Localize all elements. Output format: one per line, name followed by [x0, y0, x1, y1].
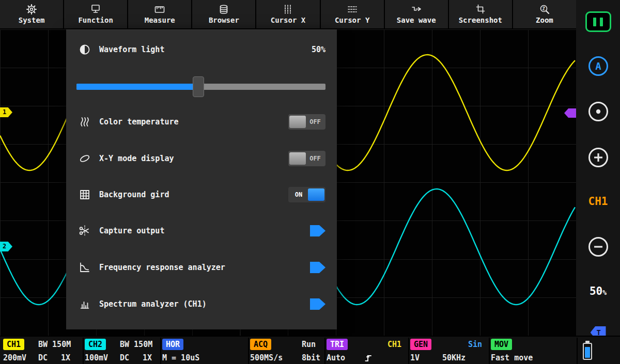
acq-section-badge[interactable]: ACQ — [250, 338, 271, 351]
generator-waveform: Sin — [468, 338, 482, 351]
background-grid-toggle[interactable]: ON — [288, 187, 326, 202]
ch2-section-badge[interactable]: CH2 — [85, 338, 106, 351]
menu-row-frequency-response[interactable]: Frequency response analyzer — [66, 256, 337, 279]
color-temperature-icon — [78, 116, 92, 128]
divider — [408, 338, 409, 364]
spectrum-analyzer-arrow-button[interactable] — [310, 298, 326, 310]
capture-output-arrow-button[interactable] — [310, 225, 326, 236]
capture-output-label: Capture output — [99, 226, 164, 235]
slider-fill — [76, 84, 198, 90]
toggle-state: OFF — [306, 155, 324, 162]
tab-save-wave[interactable]: Save wave — [385, 0, 448, 28]
mov-section-badge[interactable]: MOV — [491, 338, 512, 351]
menu-row-waveform-light[interactable]: Waveform light 50% — [66, 38, 337, 61]
hor-section-badge[interactable]: HOR — [162, 338, 183, 351]
ch1-section-badge[interactable]: CH1 — [3, 338, 24, 351]
waveform-light-slider[interactable] — [76, 75, 326, 98]
hor-timebase: M = 10uS — [162, 352, 199, 364]
center-dot-button[interactable] — [576, 100, 620, 123]
active-channel-label: CH1 — [588, 195, 608, 208]
menu-row-color-temperature[interactable]: Color temperature OFF — [66, 110, 337, 133]
tab-zoom-label: Zoom — [536, 16, 553, 24]
divider — [248, 338, 249, 364]
svg-text:Z: Z — [542, 6, 545, 11]
menu-row-background-grid[interactable]: Background gird ON — [66, 183, 337, 206]
tab-function[interactable]: Function — [64, 0, 127, 28]
ch2-coupling: DC — [120, 352, 129, 364]
menu-row-spectrum-analyzer[interactable]: Spectrum analyzer (CH1) — [66, 293, 337, 315]
tab-system[interactable]: System — [0, 0, 63, 28]
waveform-light-label: Waveform light — [99, 45, 164, 54]
slider-track[interactable] — [76, 84, 326, 90]
tab-system-label: System — [19, 16, 45, 24]
spectrum-bars-icon — [78, 298, 92, 310]
tab-cursor-x[interactable]: Cursor X — [256, 0, 319, 28]
zoom-percent-indicator: 50% — [576, 285, 620, 297]
spectrum-analyzer-label: Spectrum analyzer (CH1) — [99, 299, 207, 309]
svg-text:A: A — [595, 60, 601, 72]
right-sidebar: A CH1 50% T — [576, 0, 620, 336]
tab-screenshot-label: Screenshot — [459, 16, 502, 24]
contrast-icon — [78, 43, 92, 56]
gear-icon — [26, 4, 37, 14]
toggle-state: OFF — [306, 118, 324, 125]
active-channel-button[interactable]: CH1 — [576, 195, 620, 208]
auto-button[interactable]: A — [576, 55, 620, 77]
cursor-y-icon — [347, 4, 358, 14]
zoom-percent-sign: % — [602, 289, 607, 296]
ch2-scale: 100mV — [85, 352, 108, 364]
divider — [489, 338, 490, 364]
tab-cursor-y[interactable]: Cursor Y — [321, 0, 384, 28]
toggle-knob — [289, 152, 306, 165]
tab-screenshot[interactable]: Screenshot — [449, 0, 512, 28]
run-pause-button[interactable] — [576, 11, 620, 32]
acq-bit-depth: 8bit — [302, 352, 320, 364]
trigger-source: CH1 — [388, 338, 401, 351]
tab-browser[interactable]: Browser — [192, 0, 255, 28]
trigger-edge-icon — [365, 352, 372, 363]
top-toolbar: System Function Measure Browser Cursor X… — [0, 0, 576, 28]
screenshot-crop-icon — [475, 4, 486, 14]
ch2-probe: 1X — [143, 352, 152, 364]
ch1-scale: 200mV — [3, 352, 26, 364]
zoom-out-button[interactable] — [576, 235, 620, 258]
frequency-response-arrow-button[interactable] — [310, 262, 326, 273]
pause-icon — [585, 11, 611, 32]
dot-circle-icon — [587, 100, 610, 123]
menu-row-capture-output[interactable]: Capture output — [66, 219, 337, 242]
tri-section-badge[interactable]: TRI — [327, 338, 348, 351]
battery-icon — [583, 341, 592, 360]
save-wave-icon — [411, 4, 422, 14]
trigger-mode: Auto — [327, 352, 345, 364]
divider — [83, 338, 84, 364]
tab-zoom[interactable]: Z Zoom — [513, 0, 576, 28]
color-temperature-toggle[interactable]: OFF — [288, 114, 326, 130]
xy-mode-toggle[interactable]: OFF — [288, 151, 326, 166]
scissors-icon — [78, 225, 92, 237]
divider — [324, 338, 326, 364]
minus-circle-icon — [587, 235, 610, 258]
acq-run-status: Run — [302, 338, 316, 351]
tab-cursor-y-label: Cursor Y — [335, 16, 369, 24]
measure-icon — [154, 4, 165, 14]
auto-circle-icon: A — [587, 55, 610, 77]
monitor-icon — [90, 4, 101, 14]
slider-handle[interactable] — [193, 76, 204, 97]
ch2-bandwidth: BW 150M — [120, 338, 152, 351]
battery-body — [583, 343, 592, 360]
battery-fill — [585, 347, 590, 358]
move-mode: Fast move — [491, 352, 533, 364]
zoom-magnifier-icon: Z — [539, 4, 550, 14]
ch1-bandwidth: BW 150M — [38, 338, 71, 351]
function-menu-panel: Waveform light 50% Color temperature OFF… — [66, 29, 337, 329]
ch1-coupling: DC — [38, 352, 48, 364]
gen-section-badge[interactable]: GEN — [410, 338, 431, 351]
tab-cursor-x-label: Cursor X — [271, 16, 305, 24]
divider — [160, 338, 161, 364]
tab-measure[interactable]: Measure — [128, 0, 191, 28]
menu-row-xy-mode[interactable]: X-Y mode display OFF — [66, 147, 337, 170]
xy-mode-icon — [78, 152, 92, 165]
toggle-state: ON — [289, 191, 308, 198]
divider — [577, 338, 578, 364]
zoom-in-button[interactable] — [576, 146, 620, 169]
